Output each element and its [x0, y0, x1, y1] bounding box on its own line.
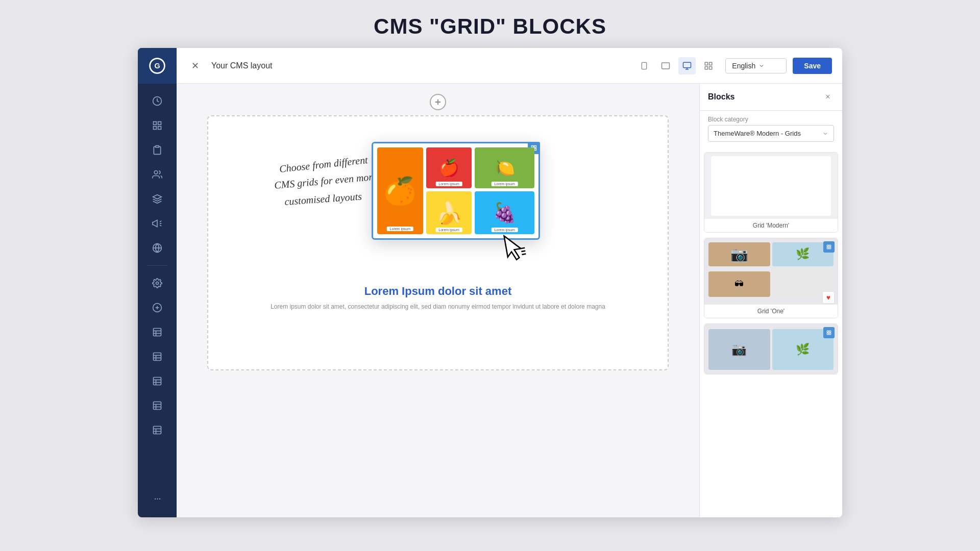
- layout-title: Your CMS layout: [211, 61, 627, 70]
- sidebar-item-analytics[interactable]: [146, 90, 168, 112]
- svg-rect-74: [827, 333, 828, 335]
- svg-point-8: [154, 171, 158, 174]
- svg-rect-32: [154, 427, 161, 434]
- block-thumb-one[interactable]: 📷 🌿 🕶 ♥ Grid 'One': [704, 238, 838, 318]
- sidebar: G: [138, 48, 177, 517]
- add-block-area: [207, 94, 669, 110]
- svg-marker-9: [153, 195, 162, 199]
- sidebar-item-globe[interactable]: [146, 237, 168, 259]
- block-one-badge: [823, 241, 835, 253]
- main-content: ✕ Your CMS layout English: [177, 48, 842, 517]
- grid-cell-apple: 🍎 Lorem ipsum: [426, 147, 472, 188]
- language-selector[interactable]: English: [725, 58, 787, 73]
- svg-rect-62: [534, 146, 536, 148]
- language-label: English: [732, 62, 755, 70]
- svg-rect-75: [829, 333, 831, 335]
- thumb-one-bl: 🕶: [708, 271, 770, 297]
- sidebar-item-table5[interactable]: [146, 419, 168, 441]
- logo-icon: G: [148, 57, 166, 75]
- modern-preview: [711, 156, 831, 216]
- cell-label-grapes: Lorem ipsum: [491, 228, 518, 232]
- lorem-heading: Lorem Ipsum dolor sit amet: [271, 285, 605, 298]
- sidebar-item-settings[interactable]: [146, 272, 168, 294]
- sidebar-item-layers[interactable]: [146, 188, 168, 210]
- block-thumb-two-inner: 📷 🌿: [704, 324, 838, 374]
- category-label: Block category: [700, 111, 842, 125]
- svg-rect-44: [709, 62, 712, 65]
- add-block-button[interactable]: [430, 94, 446, 110]
- chevron-down-icon: [758, 63, 765, 69]
- topbar: ✕ Your CMS layout English: [177, 48, 842, 84]
- canvas-scroll-inner: Choose from different CMS grids for even…: [177, 84, 699, 517]
- svg-rect-28: [154, 402, 161, 410]
- sidebar-item-table1[interactable]: [146, 321, 168, 343]
- svg-rect-68: [827, 245, 828, 246]
- editor-area: Choose from different CMS grids for even…: [177, 84, 842, 517]
- block-thumb-modern[interactable]: Grid 'Modern': [704, 152, 838, 233]
- cursor: [500, 231, 531, 271]
- sidebar-item-table2[interactable]: [146, 345, 168, 368]
- canvas-zone: Choose from different CMS grids for even…: [177, 84, 699, 517]
- device-icons: [635, 57, 717, 74]
- svg-rect-6: [158, 127, 161, 130]
- svg-rect-40: [683, 62, 691, 68]
- svg-rect-64: [534, 148, 536, 151]
- svg-text:Choose from different: Choose from different: [279, 154, 369, 175]
- sidebar-item-clipboard[interactable]: [146, 139, 168, 161]
- grid-popup-inner: 🍎 Lorem ipsum 🍋 Lorem ipsum: [377, 147, 534, 234]
- svg-rect-45: [705, 66, 708, 69]
- sidebar-logo[interactable]: G: [138, 48, 177, 84]
- sidebar-item-table3[interactable]: [146, 370, 168, 392]
- grid-cell-lime: 🍋 Lorem ipsum: [475, 147, 534, 188]
- page-title-area: CMS "GRID" BLOCKS: [0, 0, 980, 48]
- category-value: ThemeWare® Modern - Grids: [714, 130, 801, 137]
- sidebar-bottom: ···: [146, 487, 168, 517]
- close-button[interactable]: ✕: [187, 58, 203, 74]
- topbar-right: English Save: [725, 58, 832, 74]
- svg-rect-71: [829, 247, 831, 249]
- block-thumb-two[interactable]: 📷 🌿: [704, 323, 838, 374]
- grid-cell-orange: 🍊 Lorem ipsum: [377, 147, 423, 234]
- sidebar-item-users[interactable]: [146, 163, 168, 186]
- mobile-view-button[interactable]: [635, 57, 653, 74]
- sidebar-item-megaphone[interactable]: [146, 212, 168, 235]
- tablet-view-button[interactable]: [657, 57, 674, 74]
- svg-rect-4: [158, 122, 161, 125]
- svg-rect-7: [156, 146, 159, 147]
- heart-icon[interactable]: ♥: [822, 291, 835, 304]
- block-two-badge: [823, 327, 835, 338]
- block-thumb-one-inner: 📷 🌿 🕶: [704, 238, 838, 305]
- lorem-section: Lorem Ipsum dolor sit amet Lorem ipsum d…: [250, 280, 626, 317]
- block-container: Choose from different CMS grids for even…: [207, 115, 669, 370]
- svg-rect-46: [709, 66, 712, 69]
- grid-view-button[interactable]: [700, 57, 717, 74]
- cell-label-apple: Lorem ipsum: [435, 182, 462, 186]
- svg-rect-16: [154, 329, 161, 336]
- svg-rect-43: [705, 62, 708, 65]
- svg-rect-20: [154, 353, 161, 361]
- save-button[interactable]: Save: [793, 58, 832, 74]
- svg-text:CMS grids for even more: CMS grids for even more: [274, 170, 377, 191]
- svg-rect-70: [827, 247, 828, 249]
- editor-block-wrapper: Choose from different CMS grids for even…: [207, 115, 669, 370]
- desktop-view-button[interactable]: [678, 57, 696, 74]
- svg-line-66: [521, 251, 525, 252]
- sidebar-item-pages[interactable]: [146, 114, 168, 137]
- sidebar-icons: [138, 84, 177, 487]
- category-dropdown[interactable]: ThemeWare® Modern - Grids: [708, 125, 834, 142]
- dropdown-chevron-icon: [822, 131, 828, 137]
- cell-label-lime: Lorem ipsum: [491, 182, 518, 186]
- svg-rect-73: [829, 331, 831, 332]
- sidebar-item-add[interactable]: [146, 296, 168, 319]
- sidebar-item-table4[interactable]: [146, 394, 168, 417]
- grid-cell-grapes: 🍇 Lorem ipsum: [475, 191, 534, 234]
- cell-label-banana: Lorem ipsum: [435, 228, 462, 232]
- sidebar-divider: [147, 265, 167, 266]
- page-title: CMS "GRID" BLOCKS: [0, 14, 980, 39]
- svg-text:customised layouts: customised layouts: [284, 190, 362, 208]
- sidebar-item-more[interactable]: ···: [146, 487, 168, 509]
- thumb-two-left: 📷: [708, 329, 770, 370]
- svg-text:G: G: [154, 62, 160, 70]
- svg-rect-5: [154, 127, 157, 130]
- panel-close-button[interactable]: ×: [822, 91, 834, 103]
